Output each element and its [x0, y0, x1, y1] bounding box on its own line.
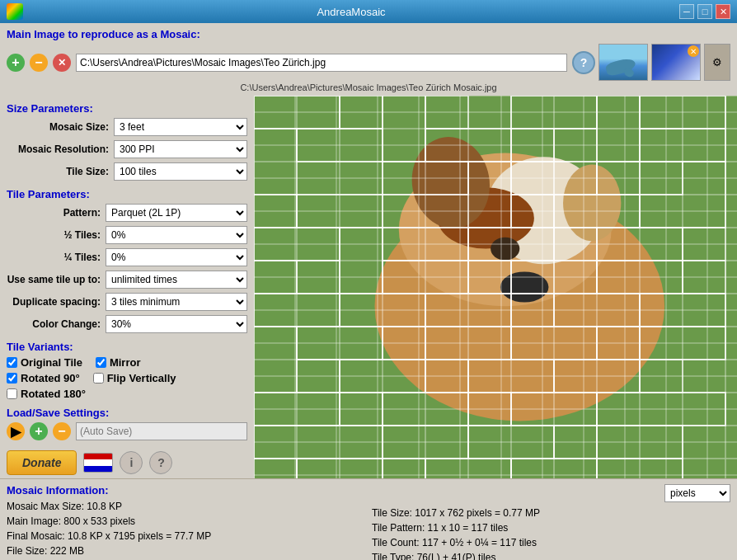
mirror-checkbox[interactable]: [96, 357, 106, 368]
mosaic-size-row: Mosaic Size: 3 feet: [7, 118, 247, 136]
load-save-row: ▶ + −: [7, 422, 247, 440]
left-panel: Size Parameters: Mosaic Size: 3 feet Mos…: [0, 96, 254, 478]
original-tile-checkbox-label[interactable]: Original Tile: [7, 356, 82, 369]
mosaic-size-label: Mosaic Size:: [7, 121, 114, 133]
pattern-row: Pattern: Parquet (2L 1P): [7, 204, 247, 222]
svg-rect-49: [383, 162, 468, 195]
svg-rect-90: [340, 393, 383, 426]
info-button[interactable]: i: [120, 451, 143, 474]
mosaic-grid: [254, 96, 737, 478]
tile-variants-row3: Rotated 180°: [7, 388, 247, 400]
svg-rect-92: [468, 393, 511, 426]
mirror-checkbox-label[interactable]: Mirror: [96, 356, 141, 369]
mosaic-info-section: Mosaic Information: Mosaic Max Size: 10.…: [7, 484, 365, 560]
help-button[interactable]: ?: [149, 451, 172, 474]
quarter-tiles-select[interactable]: 0%: [106, 248, 247, 266]
original-tile-checkbox[interactable]: [7, 357, 17, 368]
svg-rect-52: [511, 195, 554, 228]
svg-rect-47: [297, 195, 383, 228]
rotated-180-checkbox[interactable]: [7, 388, 17, 399]
titlebar: AndreaMosaic ─ □ ✕: [0, 0, 737, 23]
tile-size-select[interactable]: 100 tiles: [114, 162, 247, 181]
delete-settings-button[interactable]: −: [53, 422, 71, 440]
flip-vertically-checkbox[interactable]: [93, 373, 104, 384]
rotated-180-checkbox-label[interactable]: Rotated 180°: [7, 388, 86, 400]
duplicate-spacing-label: Duplicate spacing:: [7, 296, 106, 308]
original-tile-label: Original Tile: [21, 356, 82, 369]
file-path-input[interactable]: [76, 54, 567, 72]
color-change-label: Color Change:: [7, 318, 106, 330]
auto-save-input[interactable]: [76, 422, 247, 440]
svg-point-6: [500, 271, 549, 302]
maximize-button[interactable]: □: [697, 4, 712, 19]
donate-button[interactable]: Donate: [7, 450, 77, 475]
color-change-select[interactable]: 30%: [106, 315, 247, 333]
rotated-180-label: Rotated 180°: [21, 388, 86, 400]
svg-point-8: [405, 130, 497, 234]
mosaic-resolution-label: Mosaic Resolution:: [7, 144, 114, 155]
main-image-header: Main Image to reproduce as a Mosaic:: [7, 28, 730, 40]
svg-point-4: [486, 157, 602, 264]
rotated-90-checkbox-label[interactable]: Rotated 90°: [7, 372, 80, 384]
svg-rect-69: [597, 261, 683, 294]
mosaic-info-header: Mosaic Information:: [7, 484, 365, 496]
tile-size-row: Tile Size: 100 tiles: [7, 162, 247, 181]
svg-rect-89: [254, 393, 340, 426]
settings-button[interactable]: ⚙: [704, 44, 730, 81]
pattern-select[interactable]: Parquet (2L 1P): [106, 204, 247, 222]
clear-image-button[interactable]: ✕: [53, 54, 71, 72]
thumbnail-painting[interactable]: ✕: [651, 44, 701, 81]
tile-pattern-info: Tile Pattern: 11 x 10 = 117 tiles: [372, 520, 730, 535]
rotated-90-checkbox[interactable]: [7, 373, 17, 384]
units-select[interactable]: pixels: [664, 484, 730, 502]
svg-rect-48: [254, 195, 297, 228]
svg-rect-91: [383, 393, 468, 426]
add-image-button[interactable]: +: [7, 54, 25, 72]
svg-rect-45: [640, 96, 725, 129]
svg-rect-73: [511, 294, 554, 327]
thumbnail-dolphin[interactable]: [599, 44, 648, 81]
svg-rect-50: [468, 162, 511, 228]
svg-rect-57: [340, 228, 383, 294]
mosaic-area: [254, 96, 737, 478]
duplicate-spacing-select[interactable]: 3 tiles minimum: [106, 293, 247, 311]
mosaic-size-select[interactable]: 3 feet: [114, 118, 247, 136]
svg-rect-74: [554, 294, 640, 327]
close-button[interactable]: ✕: [716, 4, 730, 19]
duplicate-spacing-row: Duplicate spacing: 3 tiles minimum: [7, 293, 247, 311]
svg-rect-56: [254, 228, 340, 261]
svg-rect-82: [640, 327, 725, 360]
svg-rect-43: [554, 129, 597, 195]
svg-rect-79: [425, 327, 511, 360]
remove-image-button[interactable]: −: [30, 54, 48, 72]
svg-rect-86: [468, 360, 554, 393]
svg-rect-101: [297, 459, 383, 478]
final-mosaic-info: Final Mosaic: 10.8 KP x 7195 pixels = 77…: [7, 529, 365, 544]
save-settings-button[interactable]: +: [30, 422, 48, 440]
size-params-header: Size Parameters:: [7, 102, 247, 115]
remove-painting-button[interactable]: ✕: [688, 45, 699, 57]
help-icon[interactable]: ?: [572, 51, 595, 74]
minimize-button[interactable]: ─: [679, 4, 694, 19]
svg-rect-98: [554, 426, 597, 459]
svg-rect-84: [340, 360, 425, 393]
svg-rect-68: [511, 261, 597, 294]
bottom-info-row: Mosaic Information: Mosaic Max Size: 10.…: [0, 479, 737, 560]
half-tiles-select[interactable]: 0%: [106, 226, 247, 244]
load-settings-button[interactable]: ▶: [7, 422, 25, 440]
svg-point-3: [399, 153, 612, 307]
svg-rect-67: [468, 261, 511, 294]
gear-icon: ⚙: [712, 56, 722, 68]
svg-rect-42: [511, 129, 554, 162]
svg-rect-53: [554, 195, 640, 228]
flip-vertically-checkbox-label[interactable]: Flip Vertically: [93, 372, 176, 384]
mosaic-resolution-select[interactable]: 300 PPI: [114, 140, 247, 158]
svg-rect-35: [340, 96, 383, 129]
svg-rect-103: [425, 459, 511, 478]
svg-rect-75: [640, 294, 725, 327]
tile-variants-row1: Original Tile Mirror: [7, 356, 247, 369]
svg-point-5: [438, 187, 534, 248]
main-image-info: Main Image: 800 x 533 pixels: [7, 514, 365, 529]
use-same-tile-select[interactable]: unlimited times: [106, 271, 247, 289]
svg-rect-34: [254, 96, 340, 129]
